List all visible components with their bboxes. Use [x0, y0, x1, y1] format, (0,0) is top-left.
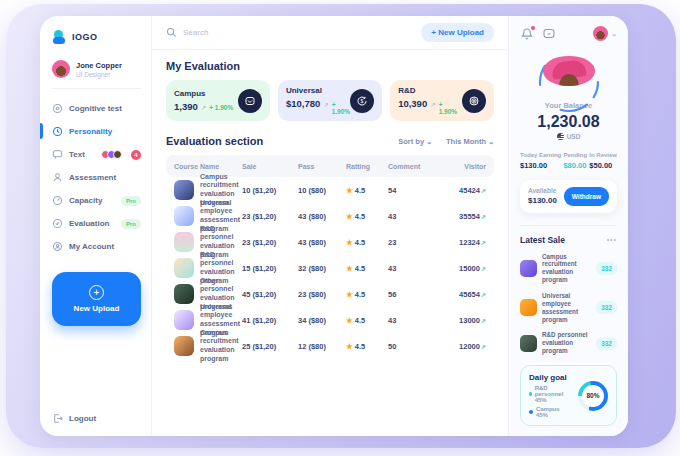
up-arrow-icon: ↗ — [481, 344, 486, 350]
goal-item-rnd: R&D personnel 45% — [529, 385, 572, 403]
course-thumbnail — [174, 284, 194, 304]
sort-by-dropdown[interactable]: Sort by ⌄ — [398, 137, 432, 146]
search-bar — [166, 27, 413, 38]
visitor-cell: 45654 — [459, 290, 480, 299]
up-arrow-icon: ↗ — [481, 188, 486, 194]
screenshot-stage: IOGO Jone Copper UI Designer Cognitive t… — [0, 0, 680, 456]
rating-cell: 4.5 — [355, 290, 365, 299]
course-thumbnail — [174, 206, 194, 226]
visitor-cell: 35554 — [459, 212, 480, 221]
latest-sale-item[interactable]: Campus recruitment evaluation program 33… — [520, 253, 617, 284]
user-profile[interactable]: Jone Copper UI Designer — [52, 60, 141, 89]
pass-cell: 32 ($80) — [298, 264, 346, 273]
goal-percent: 80% — [578, 381, 608, 411]
profile-avatar-large — [538, 51, 600, 91]
visitor-cell: 15000 — [459, 264, 480, 273]
latest-sale-item[interactable]: R&D personnel evaluation program 332 — [520, 331, 617, 355]
star-icon: ★ — [346, 186, 353, 195]
comment-cell: 43 — [388, 316, 434, 325]
course-name: Campus recruitment evaluation program — [200, 329, 242, 364]
col-sale: Sale — [242, 163, 298, 170]
sidebar-item-label: Cognitive test — [69, 104, 122, 113]
search-input[interactable] — [183, 28, 293, 37]
logo: IOGO — [52, 30, 141, 44]
course-thumbnail — [174, 232, 194, 252]
main-body: My Evaluation Campus 1,390 ↗ + 1.90% — [152, 50, 508, 369]
right-panel: ⌄ Your Balance 1,230.08 USD Today Earnin — [508, 16, 628, 436]
period-dropdown[interactable]: This Month ⌄ — [446, 137, 494, 146]
star-icon: ★ — [346, 290, 353, 299]
star-icon: ★ — [346, 264, 353, 273]
sale-cell: 41 ($1,20) — [242, 316, 298, 325]
new-upload-pill-button[interactable]: + New Upload — [421, 23, 494, 42]
up-arrow-icon: ↗ — [481, 292, 486, 298]
stat-title: R&D — [398, 86, 462, 95]
withdraw-button[interactable]: Withdraw — [564, 187, 609, 206]
stat-value: 10,390 — [398, 98, 427, 109]
person-icon — [52, 172, 63, 183]
new-upload-button[interactable]: + New Upload — [52, 272, 141, 326]
stat-in-review: In Review $50.00 — [589, 152, 617, 170]
svg-text:$: $ — [361, 97, 364, 103]
sidebar-item-assessment[interactable]: Assessment — [52, 166, 141, 189]
notification-badge: 4 — [131, 150, 141, 160]
sidebar-nav: Cognitive test Personality Text 4 — [52, 97, 141, 258]
sidebar-item-text[interactable]: Text 4 — [52, 143, 141, 166]
user-role: UI Designer — [76, 71, 122, 78]
messages-icon[interactable] — [542, 27, 556, 41]
sidebar-item-label: Personality — [69, 127, 112, 136]
chevron-down-icon: ⌄ — [488, 138, 494, 145]
stat-card-rnd[interactable]: R&D 10,390 ↗ + 1.90% — [390, 80, 494, 121]
up-arrow-icon: ↗ — [481, 318, 486, 324]
pass-cell: 10 ($80) — [298, 186, 346, 195]
daily-goal-title: Daily goal — [529, 373, 572, 382]
sidebar-item-evaluation[interactable]: Evaluation Pro — [52, 212, 141, 235]
up-arrow-icon: ↗ — [481, 266, 486, 272]
sale-cell: 23 ($1,20) — [242, 212, 298, 221]
sidebar-item-my-account[interactable]: My Account — [52, 235, 141, 258]
table-row[interactable]: Campus recruitment evaluation program 25… — [166, 333, 494, 359]
plus-icon: + — [89, 285, 104, 300]
goal-item-campus: Campus 45% — [529, 406, 572, 418]
logo-text: IOGO — [72, 32, 98, 42]
sidebar-item-cognitive-test[interactable]: Cognitive test — [52, 97, 141, 120]
stat-title: Campus — [174, 89, 238, 98]
sidebar-item-personality[interactable]: Personality — [52, 120, 141, 143]
sidebar-item-label: My Account — [69, 242, 114, 251]
stat-value: $10,780 — [286, 98, 320, 109]
pass-cell: 34 ($80) — [298, 316, 346, 325]
sale-name: Campus recruitment evaluation program — [542, 253, 591, 284]
stat-pending: Pending $80.00 — [563, 152, 587, 170]
latest-sale-item[interactable]: Universal employee assessment program 33… — [520, 292, 617, 323]
course-thumbnail — [174, 180, 194, 200]
target-icon — [462, 89, 486, 113]
logout-icon — [52, 413, 63, 424]
up-arrow-icon: ↗ — [481, 214, 486, 220]
currency-row: USD — [520, 133, 617, 140]
avatar — [52, 60, 70, 78]
sidebar-item-capacity[interactable]: Capacity Pro — [52, 189, 141, 212]
sale-thumbnail — [520, 299, 537, 316]
my-evaluation-title: My Evaluation — [166, 60, 494, 72]
pro-badge: Pro — [121, 196, 141, 206]
col-course-name: Course Name — [174, 163, 242, 170]
main-content: + New Upload My Evaluation Campus 1,390 … — [152, 16, 508, 436]
stat-card-campus[interactable]: Campus 1,390 ↗ + 1.90% — [166, 80, 270, 121]
more-options-icon[interactable]: ••• — [607, 236, 617, 243]
evaluation-section-title: Evaluation section — [166, 135, 263, 147]
comment-cell: 56 — [388, 290, 434, 299]
goal-donut-chart: 80% — [578, 381, 608, 411]
course-thumbnail — [174, 258, 194, 278]
pass-cell: 23 ($80) — [298, 290, 346, 299]
bell-icon[interactable] — [520, 27, 534, 41]
visitor-cell: 12000 — [459, 342, 480, 351]
latest-sale-title: Latest Sale — [520, 235, 565, 245]
logout-button[interactable]: Logout — [52, 413, 141, 424]
stat-card-universal[interactable]: Universal $10,780 ↗ + 1.90% $ — [278, 80, 382, 121]
stat-title: Universal — [286, 86, 350, 95]
star-icon: ★ — [346, 238, 353, 247]
evaluation-section-header: Evaluation section Sort by ⌄ This Month … — [166, 135, 494, 147]
rating-cell: 4.5 — [355, 342, 365, 351]
visitor-cell: 45424 — [459, 186, 480, 195]
account-menu[interactable]: ⌄ — [593, 26, 617, 41]
